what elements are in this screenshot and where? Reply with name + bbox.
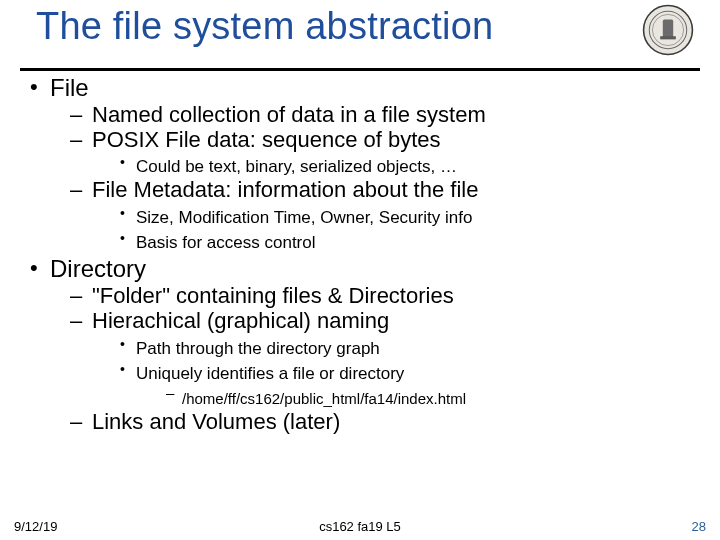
slide-body: File Named collection of data in a file … [28, 72, 692, 435]
list-item: Directory "Folder" containing files & Di… [28, 255, 692, 434]
bullet-text: Hierachical (graphical) naming [92, 308, 389, 333]
bullet-text: File [50, 74, 89, 101]
bullet-text: Size, Modification Time, Owner, Security… [136, 208, 472, 227]
slide-footer: 9/12/19 cs162 fa19 L5 28 [0, 514, 720, 534]
svg-rect-2 [663, 20, 673, 38]
list-item: POSIX File data: sequence of bytes Could… [70, 127, 692, 178]
bullet-list-lvl3: Could be text, binary, serialized object… [120, 152, 692, 177]
bullet-text: Directory [50, 255, 146, 282]
list-item: Named collection of data in a file syste… [70, 102, 692, 127]
list-item: Uniquely identifies a file or directory … [120, 359, 692, 410]
list-item: Path through the directory graph [120, 334, 692, 359]
list-item: Hierachical (graphical) naming Path thro… [70, 308, 692, 409]
slide: The file system abstraction File Named c… [0, 0, 720, 540]
list-item: Basis for access control [120, 228, 692, 253]
list-item: File Metadata: information about the fil… [70, 177, 692, 253]
bullet-text: "Folder" containing files & Directories [92, 283, 454, 308]
list-item: "Folder" containing files & Directories [70, 283, 692, 308]
footer-center: cs162 fa19 L5 [0, 519, 720, 534]
slide-title: The file system abstraction [36, 6, 684, 48]
bullet-text: Path through the directory graph [136, 339, 380, 358]
list-item: Could be text, binary, serialized object… [120, 152, 692, 177]
bullet-list-lvl3: Size, Modification Time, Owner, Security… [120, 203, 692, 254]
list-item: File Named collection of data in a file … [28, 74, 692, 253]
bullet-list-lvl1: File Named collection of data in a file … [28, 74, 692, 435]
bullet-list-lvl2: Named collection of data in a file syste… [70, 102, 692, 254]
bullet-list-lvl3: Path through the directory graph Uniquel… [120, 334, 692, 410]
seal-icon [642, 4, 694, 56]
bullet-text: File Metadata: information about the fil… [92, 177, 478, 202]
footer-page-number: 28 [692, 519, 706, 534]
list-item: Links and Volumes (later) [70, 409, 692, 434]
bullet-text: /home/ff/cs162/public_html/fa14/index.ht… [182, 390, 466, 407]
bullet-text: Uniquely identifies a file or directory [136, 364, 404, 383]
bullet-text: Could be text, binary, serialized object… [136, 157, 457, 176]
bullet-text: Basis for access control [136, 233, 316, 252]
list-item: Size, Modification Time, Owner, Security… [120, 203, 692, 228]
bullet-text: Links and Volumes (later) [92, 409, 340, 434]
title-divider [20, 68, 700, 71]
bullet-list-lvl4: /home/ff/cs162/public_html/fa14/index.ht… [166, 384, 692, 409]
list-item: /home/ff/cs162/public_html/fa14/index.ht… [166, 384, 692, 409]
bullet-list-lvl2: "Folder" containing files & Directories … [70, 283, 692, 435]
svg-rect-3 [660, 36, 676, 39]
title-area: The file system abstraction [36, 6, 684, 48]
bullet-text: POSIX File data: sequence of bytes [92, 127, 441, 152]
bullet-text: Named collection of data in a file syste… [92, 102, 486, 127]
